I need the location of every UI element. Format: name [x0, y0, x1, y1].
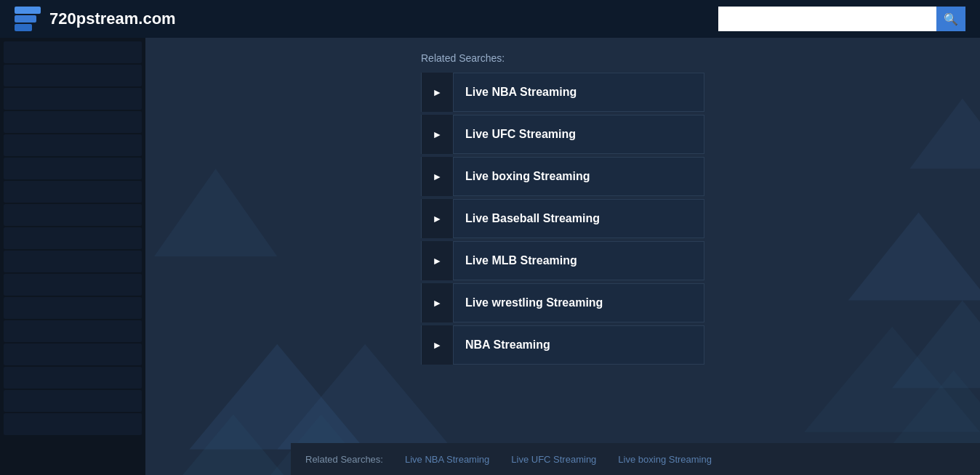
center-area: Related Searches: ► Live NBA Streaming ►…: [145, 38, 980, 475]
stream-arrow-box-6: ►: [422, 283, 454, 322]
footer: Related Searches: Live NBA Streaming Liv…: [291, 443, 980, 475]
stream-label-1: Live NBA Streaming: [454, 86, 577, 99]
main-content: Related Searches: ► Live NBA Streaming ►…: [0, 38, 980, 475]
stream-item-wrestling[interactable]: ► Live wrestling Streaming: [421, 283, 704, 322]
stream-arrow-box-7: ►: [422, 325, 454, 365]
play-icon-6: ►: [433, 297, 443, 309]
stream-arrow-box-1: ►: [422, 73, 454, 112]
play-icon-5: ►: [433, 255, 443, 267]
sidebar-block-3: [4, 88, 142, 110]
play-icon-3: ►: [433, 171, 443, 182]
stream-arrow-box-3: ►: [422, 157, 454, 196]
stream-arrow-box-4: ►: [422, 199, 454, 238]
stream-label-2: Live UFC Streaming: [454, 128, 576, 141]
play-icon-7: ►: [433, 339, 443, 351]
header-left: 720pstream.com: [15, 7, 176, 31]
sidebar-block-14: [4, 344, 142, 365]
search-container: 🔍: [718, 7, 965, 31]
stream-list: ► Live NBA Streaming ► Live UFC Streamin…: [421, 73, 704, 365]
sidebar-left: [0, 38, 145, 475]
footer-link-boxing[interactable]: Live boxing Streaming: [618, 454, 712, 465]
sidebar-block-13: [4, 320, 142, 342]
sidebar-block-17: [4, 413, 142, 435]
stream-label-5: Live MLB Streaming: [454, 254, 577, 267]
stream-label-4: Live Baseball Streaming: [454, 212, 600, 225]
sidebar-block-15: [4, 367, 142, 389]
logo-icon: [15, 7, 41, 31]
related-searches-label: Related Searches:: [145, 52, 505, 64]
logo-layer-3: [15, 24, 32, 31]
sidebar-block-10: [4, 251, 142, 272]
stream-arrow-box-2: ►: [422, 115, 454, 154]
play-icon-2: ►: [433, 129, 443, 140]
play-icon-4: ►: [433, 213, 443, 224]
search-icon: 🔍: [944, 12, 958, 26]
stream-label-7: NBA Streaming: [454, 338, 550, 352]
sidebar-block-5: [4, 134, 142, 156]
sidebar-block-7: [4, 181, 142, 203]
site-title: 720pstream.com: [49, 9, 176, 28]
stream-arrow-box-5: ►: [422, 241, 454, 280]
search-input[interactable]: [718, 7, 936, 31]
sidebar-block-8: [4, 204, 142, 226]
logo-layer-2: [15, 15, 36, 23]
sidebar-block-4: [4, 111, 142, 133]
stream-item-ufc[interactable]: ► Live UFC Streaming: [421, 115, 704, 154]
stream-item-baseball[interactable]: ► Live Baseball Streaming: [421, 199, 704, 238]
stream-label-6: Live wrestling Streaming: [454, 296, 603, 309]
footer-related-label: Related Searches:: [305, 454, 383, 465]
logo-layer-1: [15, 7, 41, 14]
sidebar-block-16: [4, 390, 142, 412]
stream-item-nba[interactable]: ► Live NBA Streaming: [421, 73, 704, 112]
sidebar-block-1: [4, 41, 142, 63]
sidebar-block-9: [4, 227, 142, 249]
footer-link-ufc[interactable]: Live UFC Streaming: [511, 454, 596, 465]
stream-item-mlb[interactable]: ► Live MLB Streaming: [421, 241, 704, 280]
sidebar-block-12: [4, 297, 142, 319]
header: 720pstream.com 🔍: [0, 0, 980, 38]
stream-item-boxing[interactable]: ► Live boxing Streaming: [421, 157, 704, 196]
footer-link-nba[interactable]: Live NBA Streaming: [405, 454, 489, 465]
sidebar-block-2: [4, 65, 142, 86]
stream-item-nba-streaming[interactable]: ► NBA Streaming: [421, 325, 704, 365]
stream-label-3: Live boxing Streaming: [454, 170, 590, 183]
sidebar-block-11: [4, 274, 142, 296]
sidebar-block-6: [4, 158, 142, 179]
play-icon-1: ►: [433, 86, 443, 98]
center-content: Related Searches: ► Live NBA Streaming ►…: [145, 38, 980, 365]
search-button[interactable]: 🔍: [936, 7, 965, 31]
